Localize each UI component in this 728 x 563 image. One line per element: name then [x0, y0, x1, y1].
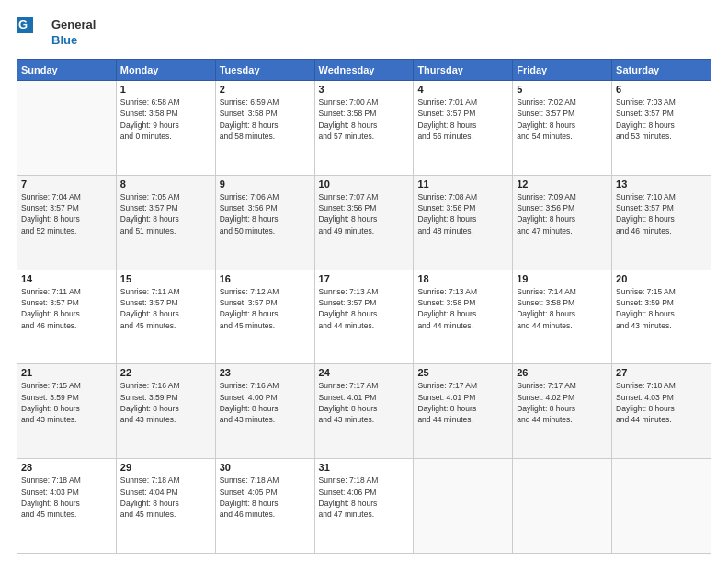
- day-number: 5: [517, 84, 608, 95]
- day-number: 14: [21, 273, 112, 284]
- day-number: 7: [21, 178, 112, 190]
- day-number: 27: [616, 367, 707, 378]
- calendar-cell: 24Sunrise: 7:17 AM Sunset: 4:01 PM Dayli…: [314, 364, 414, 459]
- calendar-week-1: 7Sunrise: 7:04 AM Sunset: 3:57 PM Daylig…: [17, 175, 711, 270]
- day-info: Sunrise: 7:07 AM Sunset: 3:56 PM Dayligh…: [319, 191, 410, 236]
- day-info: Sunrise: 7:13 AM Sunset: 3:58 PM Dayligh…: [417, 286, 508, 331]
- day-number: 11: [417, 178, 508, 190]
- calendar-week-0: 1Sunrise: 6:58 AM Sunset: 3:58 PM Daylig…: [17, 81, 711, 176]
- day-info: Sunrise: 7:10 AM Sunset: 3:57 PM Dayligh…: [616, 191, 707, 236]
- calendar-cell: 14Sunrise: 7:11 AM Sunset: 3:57 PM Dayli…: [17, 270, 117, 364]
- day-info: Sunrise: 7:16 AM Sunset: 4:00 PM Dayligh…: [220, 380, 311, 425]
- calendar-cell: 8Sunrise: 7:05 AM Sunset: 3:57 PM Daylig…: [116, 175, 215, 270]
- calendar-cell: 19Sunrise: 7:14 AM Sunset: 3:58 PM Dayli…: [513, 270, 612, 364]
- day-info: Sunrise: 7:15 AM Sunset: 3:59 PM Dayligh…: [616, 286, 707, 331]
- calendar-cell: 3Sunrise: 7:00 AM Sunset: 3:58 PM Daylig…: [314, 81, 414, 176]
- calendar-week-2: 14Sunrise: 7:11 AM Sunset: 3:57 PM Dayli…: [17, 270, 711, 364]
- day-info: Sunrise: 7:08 AM Sunset: 3:56 PM Dayligh…: [417, 191, 508, 236]
- day-info: Sunrise: 7:11 AM Sunset: 3:57 PM Dayligh…: [120, 286, 211, 331]
- calendar-cell: [612, 459, 711, 554]
- day-number: 12: [517, 178, 608, 190]
- header: GGeneralBlue: [17, 17, 711, 50]
- day-number: 8: [120, 178, 211, 190]
- calendar-cell: 13Sunrise: 7:10 AM Sunset: 3:57 PM Dayli…: [612, 175, 711, 270]
- column-header-tuesday: Tuesday: [215, 60, 314, 81]
- calendar-cell: 9Sunrise: 7:06 AM Sunset: 3:56 PM Daylig…: [215, 175, 314, 270]
- day-info: Sunrise: 7:04 AM Sunset: 3:57 PM Dayligh…: [21, 191, 112, 236]
- calendar-cell: 26Sunrise: 7:17 AM Sunset: 4:02 PM Dayli…: [513, 364, 612, 459]
- day-number: 30: [220, 462, 311, 473]
- day-info: Sunrise: 7:14 AM Sunset: 3:58 PM Dayligh…: [517, 286, 608, 331]
- day-info: Sunrise: 7:18 AM Sunset: 4:03 PM Dayligh…: [21, 475, 112, 520]
- calendar-cell: 1Sunrise: 6:58 AM Sunset: 3:58 PM Daylig…: [116, 81, 215, 176]
- calendar-cell: [513, 459, 612, 554]
- day-info: Sunrise: 7:18 AM Sunset: 4:04 PM Dayligh…: [120, 475, 211, 520]
- day-info: Sunrise: 7:18 AM Sunset: 4:05 PM Dayligh…: [220, 475, 311, 520]
- day-info: Sunrise: 7:18 AM Sunset: 4:06 PM Dayligh…: [319, 475, 410, 520]
- day-number: 31: [319, 462, 410, 473]
- calendar-cell: 4Sunrise: 7:01 AM Sunset: 3:57 PM Daylig…: [414, 81, 513, 176]
- calendar-cell: 30Sunrise: 7:18 AM Sunset: 4:05 PM Dayli…: [215, 459, 314, 554]
- day-number: 16: [220, 273, 311, 284]
- day-info: Sunrise: 7:18 AM Sunset: 4:03 PM Dayligh…: [616, 380, 707, 425]
- day-number: 17: [319, 273, 410, 284]
- day-info: Sunrise: 7:17 AM Sunset: 4:02 PM Dayligh…: [517, 380, 608, 425]
- day-number: 18: [417, 273, 508, 284]
- day-number: 20: [616, 273, 707, 284]
- calendar-cell: 17Sunrise: 7:13 AM Sunset: 3:57 PM Dayli…: [314, 270, 414, 364]
- day-number: 26: [517, 367, 608, 378]
- calendar-cell: 25Sunrise: 7:17 AM Sunset: 4:01 PM Dayli…: [414, 364, 513, 459]
- svg-text:G: G: [18, 17, 28, 31]
- calendar-cell: 15Sunrise: 7:11 AM Sunset: 3:57 PM Dayli…: [116, 270, 215, 364]
- column-header-thursday: Thursday: [414, 60, 513, 81]
- calendar-cell: 23Sunrise: 7:16 AM Sunset: 4:00 PM Dayli…: [215, 364, 314, 459]
- column-header-friday: Friday: [513, 60, 612, 81]
- day-number: 1: [120, 84, 211, 95]
- calendar-cell: 11Sunrise: 7:08 AM Sunset: 3:56 PM Dayli…: [414, 175, 513, 270]
- day-info: Sunrise: 7:05 AM Sunset: 3:57 PM Dayligh…: [120, 191, 211, 236]
- day-info: Sunrise: 7:00 AM Sunset: 3:58 PM Dayligh…: [319, 97, 410, 142]
- day-info: Sunrise: 7:17 AM Sunset: 4:01 PM Dayligh…: [319, 380, 410, 425]
- calendar-cell: [414, 459, 513, 554]
- calendar-header-row: SundayMondayTuesdayWednesdayThursdayFrid…: [17, 60, 711, 81]
- calendar-week-3: 21Sunrise: 7:15 AM Sunset: 3:59 PM Dayli…: [17, 364, 711, 459]
- logo-text: GeneralBlue: [51, 17, 96, 49]
- day-number: 10: [319, 178, 410, 190]
- calendar-cell: 12Sunrise: 7:09 AM Sunset: 3:56 PM Dayli…: [513, 175, 612, 270]
- calendar-cell: 10Sunrise: 7:07 AM Sunset: 3:56 PM Dayli…: [314, 175, 414, 270]
- day-info: Sunrise: 7:09 AM Sunset: 3:56 PM Dayligh…: [517, 191, 608, 236]
- calendar-cell: 31Sunrise: 7:18 AM Sunset: 4:06 PM Dayli…: [314, 459, 414, 554]
- day-number: 13: [616, 178, 707, 190]
- day-info: Sunrise: 7:16 AM Sunset: 3:59 PM Dayligh…: [120, 380, 211, 425]
- day-info: Sunrise: 7:13 AM Sunset: 3:57 PM Dayligh…: [319, 286, 410, 331]
- day-number: 9: [220, 178, 311, 190]
- day-info: Sunrise: 7:02 AM Sunset: 3:57 PM Dayligh…: [517, 97, 608, 142]
- day-number: 24: [319, 367, 410, 378]
- column-header-sunday: Sunday: [17, 60, 117, 81]
- day-info: Sunrise: 7:06 AM Sunset: 3:56 PM Dayligh…: [220, 191, 311, 236]
- day-number: 15: [120, 273, 211, 284]
- day-number: 22: [120, 367, 211, 378]
- calendar-cell: 5Sunrise: 7:02 AM Sunset: 3:57 PM Daylig…: [513, 81, 612, 176]
- day-number: 19: [517, 273, 608, 284]
- calendar-cell: 21Sunrise: 7:15 AM Sunset: 3:59 PM Dayli…: [17, 364, 117, 459]
- column-header-saturday: Saturday: [612, 60, 711, 81]
- day-number: 4: [417, 84, 508, 95]
- day-number: 23: [220, 367, 311, 378]
- logo-svg: G: [17, 17, 50, 50]
- day-info: Sunrise: 7:11 AM Sunset: 3:57 PM Dayligh…: [21, 286, 112, 331]
- column-header-wednesday: Wednesday: [314, 60, 414, 81]
- calendar-cell: 2Sunrise: 6:59 AM Sunset: 3:58 PM Daylig…: [215, 81, 314, 176]
- calendar-cell: 18Sunrise: 7:13 AM Sunset: 3:58 PM Dayli…: [414, 270, 513, 364]
- day-info: Sunrise: 7:01 AM Sunset: 3:57 PM Dayligh…: [417, 97, 508, 142]
- calendar-cell: 27Sunrise: 7:18 AM Sunset: 4:03 PM Dayli…: [612, 364, 711, 459]
- calendar-table: SundayMondayTuesdayWednesdayThursdayFrid…: [17, 59, 711, 554]
- calendar-cell: 6Sunrise: 7:03 AM Sunset: 3:57 PM Daylig…: [612, 81, 711, 176]
- page: GGeneralBlue SundayMondayTuesdayWednesda…: [0, 0, 728, 563]
- day-number: 28: [21, 462, 112, 473]
- calendar-cell: 22Sunrise: 7:16 AM Sunset: 3:59 PM Dayli…: [116, 364, 215, 459]
- day-info: Sunrise: 7:15 AM Sunset: 3:59 PM Dayligh…: [21, 380, 112, 425]
- day-info: Sunrise: 6:59 AM Sunset: 3:58 PM Dayligh…: [220, 97, 311, 142]
- column-header-monday: Monday: [116, 60, 215, 81]
- calendar-cell: 16Sunrise: 7:12 AM Sunset: 3:57 PM Dayli…: [215, 270, 314, 364]
